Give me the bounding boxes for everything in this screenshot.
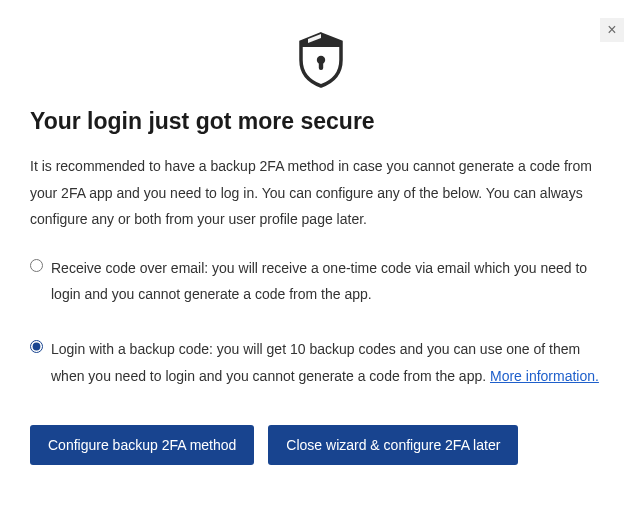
- more-information-link[interactable]: More information.: [490, 368, 599, 384]
- shield-icon: [30, 30, 612, 90]
- close-glyph: ×: [607, 22, 616, 38]
- option-backup-text: Login with a backup code: you will get 1…: [51, 336, 612, 389]
- description-text: It is recommended to have a backup 2FA m…: [30, 153, 612, 233]
- button-row: Configure backup 2FA method Close wizard…: [30, 425, 612, 465]
- option-email[interactable]: Receive code over email: you will receiv…: [30, 255, 612, 308]
- option-email-text: Receive code over email: you will receiv…: [51, 255, 612, 308]
- dialog-content: Your login just got more secure It is re…: [0, 0, 642, 495]
- configure-backup-button[interactable]: Configure backup 2FA method: [30, 425, 254, 465]
- close-wizard-button[interactable]: Close wizard & configure 2FA later: [268, 425, 518, 465]
- radio-backup[interactable]: [30, 340, 43, 353]
- page-title: Your login just got more secure: [30, 108, 612, 135]
- radio-email[interactable]: [30, 259, 43, 272]
- option-backup[interactable]: Login with a backup code: you will get 1…: [30, 336, 612, 389]
- svg-rect-1: [319, 62, 323, 70]
- close-icon[interactable]: ×: [600, 18, 624, 42]
